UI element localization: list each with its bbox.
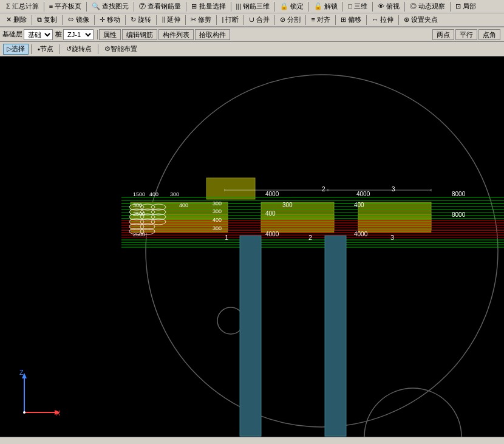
svg-text:300: 300 [213, 225, 222, 231]
btn-unlock[interactable]: 🔓 解锁 [311, 1, 341, 12]
component-select[interactable]: ZJ-1 [63, 29, 94, 40]
btn-smart-layout[interactable]: ⚙ 智能布置 [101, 44, 141, 55]
sep21 [305, 15, 306, 25]
btn-rotate[interactable]: ↻ 旋转 [128, 15, 154, 26]
btn-extend[interactable]: ‖ 延伸 [158, 15, 183, 26]
btn-trim[interactable]: ✂ 修剪 [188, 15, 214, 26]
sep20 [274, 15, 275, 25]
sep10 [404, 2, 405, 12]
smart-icon: ⚙ [104, 45, 111, 53]
svg-text:3: 3 [392, 186, 395, 193]
btn-mirror[interactable]: ⇔ 镜像 [64, 15, 92, 26]
svg-text:1500: 1500 [133, 191, 145, 197]
tools-sep1 [31, 44, 32, 54]
smart-label: 智能布置 [111, 44, 137, 53]
svg-text:2: 2 [308, 234, 312, 241]
btn-pick[interactable]: 拾取构件 [195, 29, 230, 40]
svg-rect-30 [240, 236, 261, 436]
main-canvas[interactable]: 1 2 3 2 3 4000 300 4000 8000 400 4000 40… [0, 56, 504, 437]
btn-attr[interactable]: 属性 [99, 29, 121, 40]
btn-3d[interactable]: □ 三维 [345, 1, 370, 12]
drawing-canvas: 1 2 3 2 3 4000 300 4000 8000 400 4000 40… [0, 56, 504, 437]
layer-select[interactable]: 基础 [24, 29, 53, 40]
svg-marker-33 [325, 436, 346, 437]
select-label: 选择 [12, 44, 25, 53]
btn-node[interactable]: • 节点 [34, 44, 57, 55]
svg-text:2: 2 [322, 186, 325, 193]
svg-text:4000: 4000 [354, 231, 368, 237]
sep14 [94, 15, 95, 25]
btn-set-point[interactable]: ⊛ 设置夹点 [401, 15, 441, 26]
sep17 [185, 15, 186, 25]
btn-component-list[interactable]: 构件列表 [158, 29, 194, 40]
sep4 [186, 2, 186, 12]
btn-batch-select[interactable]: ⊞ 批量选择 [188, 1, 228, 12]
sep8 [342, 2, 343, 12]
btn-find-element[interactable]: 🔍 查找图元 [89, 1, 132, 12]
btn-copy[interactable]: ⧉ 复制 [34, 15, 60, 26]
btn-lock[interactable]: 🔒 锁定 [277, 1, 307, 12]
sep18 [216, 15, 217, 25]
rotate-point-label: 旋转点 [72, 44, 92, 53]
sep5 [231, 2, 231, 12]
btn-split[interactable]: ⊘ 分割 [277, 15, 304, 26]
svg-text:400: 400 [179, 202, 188, 208]
svg-text:8000: 8000 [452, 211, 466, 218]
svg-text:300: 300 [213, 208, 222, 214]
sep6 [274, 2, 275, 12]
svg-text:300: 300 [133, 202, 142, 208]
sep19 [243, 15, 244, 25]
btn-stretch[interactable]: ↔ 拉伸 [369, 15, 397, 26]
svg-text:400: 400 [213, 217, 222, 223]
svg-text:400: 400 [149, 191, 158, 197]
svg-text:8000: 8000 [452, 191, 466, 197]
sep16 [156, 15, 157, 25]
layer-label: 基础层 [2, 30, 22, 39]
btn-move[interactable]: ✛ 移动 [97, 15, 123, 26]
svg-text:400: 400 [265, 210, 276, 217]
status-bar [0, 437, 504, 444]
tools-bar: ▷ 选择 • 节点 ↺ 旋转点 ⚙ 智能布置 [0, 42, 504, 56]
btn-local[interactable]: ⊡ 局部 [452, 1, 479, 12]
btn-parallel[interactable]: 平行 [455, 29, 477, 40]
svg-text:X: X [56, 409, 61, 417]
btn-edit-rebar[interactable]: 编辑钢筋 [122, 29, 157, 40]
btn-break[interactable]: | 打断 [219, 15, 242, 26]
btn-align[interactable]: ≡ 对齐 [308, 15, 333, 26]
sep13 [62, 15, 63, 25]
btn-point-angle[interactable]: 点角 [478, 29, 500, 40]
svg-text:4000: 4000 [265, 191, 279, 197]
sep15 [125, 15, 126, 25]
btn-view-mode[interactable]: 👁 俯视 [375, 1, 403, 12]
axes-svg: Z X [12, 370, 61, 418]
btn-select[interactable]: ▷ 选择 [3, 44, 29, 55]
svg-text:300: 300 [282, 202, 293, 208]
btn-merge[interactable]: ∪ 合并 [246, 15, 273, 26]
btn-two-point[interactable]: 两点 [432, 29, 454, 40]
svg-text:4000: 4000 [265, 231, 279, 237]
svg-text:4000: 4000 [356, 191, 370, 197]
sep23 [366, 15, 367, 25]
rotate-point-icon: ↺ [66, 45, 72, 53]
tools-sep3 [98, 44, 98, 54]
btn-sum-calc[interactable]: Σ 汇总计算 [3, 1, 42, 12]
svg-marker-31 [240, 436, 261, 437]
btn-rebar-3d[interactable]: ||| 钢筋三维 [233, 1, 273, 12]
sep24 [398, 15, 399, 25]
sep3 [134, 2, 134, 12]
svg-text:400: 400 [354, 202, 364, 208]
btn-delete[interactable]: ✕ 删除 [3, 15, 30, 26]
select-icon: ▷ [7, 45, 12, 53]
layer-bar: 基础层 基础 桩 ZJ-1 属性 编辑钢筋 构件列表 拾取构件 两点 平行 点角 [0, 27, 504, 42]
btn-flat-plate[interactable]: ≡ 平齐板页 [46, 1, 84, 12]
btn-rotate-point[interactable]: ↺ 旋转点 [63, 44, 95, 55]
svg-text:300: 300 [170, 191, 179, 197]
svg-text:300: 300 [213, 200, 222, 207]
btn-offset[interactable]: ⊞ 偏移 [338, 15, 364, 26]
svg-point-2 [364, 388, 461, 437]
tools-sep2 [60, 44, 60, 54]
btn-view-rebar[interactable]: ⑦ 查看钢筋量 [136, 1, 184, 12]
sep22 [335, 15, 336, 25]
btn-dynamic-view[interactable]: ◎ 动态观察 [407, 1, 448, 12]
sep12 [32, 15, 32, 25]
